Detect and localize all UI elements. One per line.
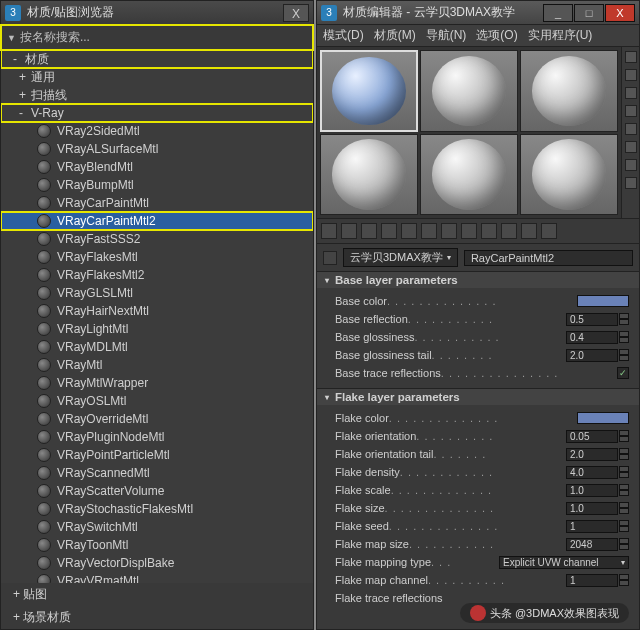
tool-icon[interactable] bbox=[625, 159, 637, 171]
tree-item-vraytoonmtl[interactable]: VRayToonMtl bbox=[1, 536, 313, 554]
material-slot-5[interactable] bbox=[420, 134, 518, 216]
tool-icon[interactable] bbox=[461, 223, 477, 239]
flake-orient-input[interactable]: 0.05 bbox=[566, 430, 618, 443]
tool-icon[interactable] bbox=[341, 223, 357, 239]
base-trace-checkbox[interactable]: ✓ bbox=[617, 367, 629, 379]
spinner[interactable] bbox=[619, 349, 629, 361]
tree-item-vrayscattervolume[interactable]: VRayScatterVolume bbox=[1, 482, 313, 500]
base-color-swatch[interactable] bbox=[577, 295, 629, 307]
tree-item-vraycarpaintmtl2[interactable]: VRayCarPaintMtl2 bbox=[1, 212, 313, 230]
tree-scene-materials[interactable]: + 场景材质 bbox=[1, 606, 313, 629]
search-bar[interactable]: ▼ 按名称搜索... bbox=[1, 25, 313, 50]
flake-orient-tail-input[interactable]: 2.0 bbox=[566, 448, 618, 461]
flake-density-input[interactable]: 4.0 bbox=[566, 466, 618, 479]
tool-icon[interactable] bbox=[441, 223, 457, 239]
material-slot-4[interactable] bbox=[320, 134, 418, 216]
spinner[interactable] bbox=[619, 331, 629, 343]
tree-item-label: VRayOSLMtl bbox=[57, 394, 126, 408]
spinner[interactable] bbox=[619, 574, 629, 586]
maximize-button[interactable]: □ bbox=[574, 4, 604, 22]
tree-item-vrayfastsss2[interactable]: VRayFastSSS2 bbox=[1, 230, 313, 248]
material-slot-1[interactable] bbox=[320, 50, 418, 132]
tree-item-vrayoverridemtl[interactable]: VRayOverrideMtl bbox=[1, 410, 313, 428]
tool-icon[interactable] bbox=[381, 223, 397, 239]
base-glossiness-input[interactable]: 0.4 bbox=[566, 331, 618, 344]
spinner[interactable] bbox=[619, 520, 629, 532]
tree-item-vraycarpaintmtl[interactable]: VRayCarPaintMtl bbox=[1, 194, 313, 212]
tool-icon[interactable] bbox=[421, 223, 437, 239]
tool-icon[interactable] bbox=[321, 223, 337, 239]
spinner[interactable] bbox=[619, 538, 629, 550]
tool-icon[interactable] bbox=[625, 87, 637, 99]
material-slot-3[interactable] bbox=[520, 50, 618, 132]
tree-item-vrayvectordisplbake[interactable]: VRayVectorDisplBake bbox=[1, 554, 313, 572]
rollout-flake-header[interactable]: Flake layer parameters bbox=[317, 389, 639, 405]
tree-item-vrayblendmtl[interactable]: VRayBlendMtl bbox=[1, 158, 313, 176]
flake-seed-input[interactable]: 1 bbox=[566, 520, 618, 533]
material-name-field[interactable]: 云学贝3DMAX教学 bbox=[343, 248, 458, 267]
rollout-base-header[interactable]: Base layer parameters bbox=[317, 272, 639, 288]
spinner[interactable] bbox=[619, 430, 629, 442]
tree-root-material[interactable]: -材质 bbox=[1, 50, 313, 68]
menu-util[interactable]: 实用程序(U) bbox=[528, 27, 593, 44]
flake-map-size-input[interactable]: 2048 bbox=[566, 538, 618, 551]
tree-item-vrayglslmtl[interactable]: VRayGLSLMtl bbox=[1, 284, 313, 302]
tool-icon[interactable] bbox=[625, 141, 637, 153]
material-type-button[interactable]: RayCarPaintMtl2 bbox=[464, 250, 633, 266]
base-gloss-tail-input[interactable]: 2.0 bbox=[566, 349, 618, 362]
menu-nav[interactable]: 导航(N) bbox=[426, 27, 467, 44]
tree-item-vraymtl[interactable]: VRayMtl bbox=[1, 356, 313, 374]
tree-maps[interactable]: + 贴图 bbox=[1, 583, 313, 606]
tree-item-vrayscannedmtl[interactable]: VRayScannedMtl bbox=[1, 464, 313, 482]
tool-icon[interactable] bbox=[521, 223, 537, 239]
spinner[interactable] bbox=[619, 502, 629, 514]
flake-color-swatch[interactable] bbox=[577, 412, 629, 424]
tree-group-vray[interactable]: -V-Ray bbox=[1, 104, 313, 122]
minimize-button[interactable]: _ bbox=[543, 4, 573, 22]
tree-item-vraypointparticlemtl[interactable]: VRayPointParticleMtl bbox=[1, 446, 313, 464]
tool-icon[interactable] bbox=[481, 223, 497, 239]
flake-map-type-dropdown[interactable]: Explicit UVW channel bbox=[499, 556, 629, 569]
tree-item-vrayflakesmtl2[interactable]: VRayFlakesMtl2 bbox=[1, 266, 313, 284]
menu-mode[interactable]: 模式(D) bbox=[323, 27, 364, 44]
tree-item-vraylightmtl[interactable]: VRayLightMtl bbox=[1, 320, 313, 338]
flake-size-input[interactable]: 1.0 bbox=[566, 502, 618, 515]
tool-icon[interactable] bbox=[541, 223, 557, 239]
tool-icon[interactable] bbox=[625, 51, 637, 63]
tree-item-vrayvrmatmtl[interactable]: VRayVRmatMtl bbox=[1, 572, 313, 583]
tree-item-vraystochasticflakesmtl[interactable]: VRayStochasticFlakesMtl bbox=[1, 500, 313, 518]
spinner[interactable] bbox=[619, 466, 629, 478]
tool-icon[interactable] bbox=[625, 123, 637, 135]
tool-icon[interactable] bbox=[361, 223, 377, 239]
tree-group-general[interactable]: +通用 bbox=[1, 68, 313, 86]
tool-icon[interactable] bbox=[625, 105, 637, 117]
tree-group-scanline[interactable]: +扫描线 bbox=[1, 86, 313, 104]
tool-icon[interactable] bbox=[501, 223, 517, 239]
spinner[interactable] bbox=[619, 448, 629, 460]
flake-map-channel-input[interactable]: 1 bbox=[566, 574, 618, 587]
tree-item-vraymdlmtl[interactable]: VRayMDLMtl bbox=[1, 338, 313, 356]
tree-item-vraymtlwrapper[interactable]: VRayMtlWrapper bbox=[1, 374, 313, 392]
menu-material[interactable]: 材质(M) bbox=[374, 27, 416, 44]
spinner[interactable] bbox=[619, 484, 629, 496]
spinner[interactable] bbox=[619, 313, 629, 325]
tree-item-vray2sidedmtl[interactable]: VRay2SidedMtl bbox=[1, 122, 313, 140]
tree-item-vrayhairnextmtl[interactable]: VRayHairNextMtl bbox=[1, 302, 313, 320]
tree-item-vrayalsurfacemtl[interactable]: VRayALSurfaceMtl bbox=[1, 140, 313, 158]
tree-item-vrayoslmtl[interactable]: VRayOSLMtl bbox=[1, 392, 313, 410]
tree-item-vrayflakesmtl[interactable]: VRayFlakesMtl bbox=[1, 248, 313, 266]
flake-scale-input[interactable]: 1.0 bbox=[566, 484, 618, 497]
base-reflection-input[interactable]: 0.5 bbox=[566, 313, 618, 326]
tree-item-vrayswitchmtl[interactable]: VRaySwitchMtl bbox=[1, 518, 313, 536]
tree-item-vraypluginnodemtl[interactable]: VRayPluginNodeMtl bbox=[1, 428, 313, 446]
menu-options[interactable]: 选项(O) bbox=[476, 27, 517, 44]
tree-item-vraybumpmtl[interactable]: VRayBumpMtl bbox=[1, 176, 313, 194]
close-button[interactable]: X bbox=[605, 4, 635, 22]
tool-icon[interactable] bbox=[625, 69, 637, 81]
tool-icon[interactable] bbox=[625, 177, 637, 189]
material-slot-6[interactable] bbox=[520, 134, 618, 216]
tool-icon[interactable] bbox=[401, 223, 417, 239]
close-button[interactable]: X bbox=[283, 4, 309, 22]
material-slot-2[interactable] bbox=[420, 50, 518, 132]
eyedropper-icon[interactable] bbox=[323, 251, 337, 265]
